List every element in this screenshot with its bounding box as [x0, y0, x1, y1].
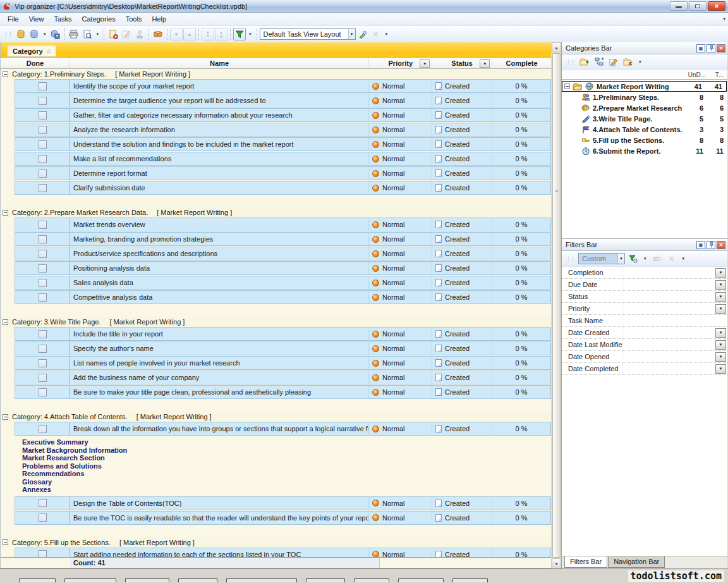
task-row[interactable]: Specify the author's nameNormalCreated0 …	[15, 341, 551, 355]
tab-filters-bar[interactable]: Filters Bar	[564, 556, 607, 568]
task-view-layout-button[interactable]	[233, 28, 246, 40]
task-row[interactable]: Design the Table of Contents(TOC)NormalC…	[15, 496, 551, 510]
column-header-name[interactable]: Name	[70, 58, 369, 68]
filter-dropdown-icon[interactable]: ▼	[715, 292, 726, 302]
filters-toolbar-overflow-icon[interactable]: ▾	[680, 256, 688, 261]
delete-layout-button[interactable]: ✕	[370, 28, 382, 40]
task-checkbox[interactable]	[39, 155, 47, 163]
categories-bar-restore-icon[interactable]: ▣	[696, 44, 705, 52]
task-row[interactable]: Identify the scope of your market report…	[15, 79, 551, 93]
filter-value-field[interactable]	[622, 351, 715, 362]
tree-item[interactable]: 2.Prepare Market Research66	[562, 102, 727, 113]
print-dropdown-icon[interactable]: ▾	[94, 32, 102, 37]
tree-item[interactable]: 3.Write Title Page.55	[562, 113, 727, 124]
task-checkbox[interactable]	[39, 264, 47, 273]
priority-filter-dropdown-icon[interactable]: ▼	[420, 59, 430, 68]
tree-expander-icon[interactable]	[564, 83, 570, 89]
category-header-row[interactable]: Category: 2.Prepare Market Research Data…	[1, 207, 551, 218]
filter-dropdown-icon[interactable]: ▼	[715, 280, 726, 290]
filters-bar-close-icon[interactable]: ✕	[717, 241, 725, 249]
grid-vertical-scrollbar[interactable]: ▲ ≡ ▼	[551, 42, 561, 568]
column-header-done[interactable]: Done	[1, 58, 70, 68]
filter-value-field[interactable]	[622, 291, 715, 302]
task-row[interactable]: Be sure to make your title page clean, p…	[15, 385, 551, 399]
clear-filter-button[interactable]	[651, 252, 664, 265]
apply-filter-dropdown-icon[interactable]: ▾	[641, 256, 649, 261]
column-header-status[interactable]: Status ▼	[432, 58, 492, 68]
filter-value-field[interactable]	[622, 363, 715, 374]
filters-bar-restore-icon[interactable]: ▣	[696, 241, 705, 249]
add-category-button[interactable]	[578, 56, 591, 68]
menu-tools[interactable]: Tools	[121, 14, 147, 24]
task-checkbox[interactable]	[39, 279, 47, 287]
filter-dropdown-icon[interactable]: ▼	[715, 340, 726, 350]
filter-dropdown-icon[interactable]: ▼	[715, 352, 726, 362]
toolbar-overflow-icon[interactable]: ▾	[383, 32, 391, 37]
task-row[interactable]: Break down all the information you have …	[15, 422, 551, 436]
collapse-expander-icon[interactable]	[3, 319, 8, 325]
task-checkbox[interactable]	[39, 359, 47, 367]
task-checkbox[interactable]	[39, 97, 47, 105]
add-subcategory-button[interactable]	[593, 56, 605, 68]
tab-navigation-bar[interactable]: Navigation Bar	[608, 556, 665, 568]
menubar-overflow-icon[interactable]: ▾	[720, 16, 728, 21]
filter-value-field[interactable]	[622, 303, 715, 314]
task-row[interactable]: Marketing, branding and promotion strate…	[15, 232, 551, 246]
task-row[interactable]: Add the business name of your companyNor…	[15, 371, 551, 384]
group-by-chip[interactable]: Category △	[7, 45, 56, 57]
column-header-priority[interactable]: Priority ▼	[369, 58, 432, 68]
filters-bar-pin-icon[interactable]	[707, 241, 715, 249]
collapse-expander-icon[interactable]	[3, 71, 8, 77]
filter-dropdown-icon[interactable]: ▼	[715, 364, 726, 374]
task-checkbox[interactable]	[39, 388, 47, 396]
column-total[interactable]: T...	[708, 71, 727, 78]
print-button[interactable]	[68, 28, 80, 40]
task-row[interactable]: Clarify submission dateNormalCreated0 %	[15, 181, 551, 195]
task-checkbox[interactable]	[39, 235, 47, 243]
move-up-button[interactable]: ▲	[183, 28, 196, 40]
filter-value-field[interactable]	[622, 267, 715, 278]
close-button[interactable]: ✕	[708, 1, 725, 11]
edit-task-button[interactable]	[120, 28, 133, 40]
task-checkbox[interactable]	[39, 221, 47, 229]
collapse-expander-icon[interactable]	[3, 210, 8, 216]
layout-dropdown-icon[interactable]: ▾	[246, 32, 254, 37]
column-header-complete[interactable]: Complete	[492, 58, 551, 68]
status-filter-dropdown-icon[interactable]: ▼	[480, 59, 490, 68]
task-row[interactable]: Market trends overviewNormalCreated0 %	[15, 218, 551, 231]
menu-help[interactable]: Help	[147, 14, 171, 24]
move-to-top-button[interactable]: ▲▲	[215, 28, 228, 40]
move-to-bottom-button[interactable]: ▼▼	[202, 28, 214, 40]
tree-item[interactable]: 4.Attach Table of Contents.33	[562, 124, 727, 135]
menu-view[interactable]: View	[24, 14, 49, 24]
menu-tasks[interactable]: Tasks	[49, 14, 76, 24]
open-database-button[interactable]	[28, 28, 40, 40]
new-database-button[interactable]	[15, 28, 27, 40]
task-row[interactable]: Competitive analysis dataNormalCreated0 …	[15, 290, 551, 304]
task-row[interactable]: Product/service specifications and descr…	[15, 247, 551, 261]
task-row[interactable]: Determine report formatNormalCreated0 %	[15, 166, 551, 180]
task-checkbox[interactable]	[39, 550, 47, 557]
scrollbar-thumb[interactable]: ≡	[552, 53, 561, 558]
column-undone[interactable]: UnD...	[687, 71, 708, 78]
rename-layout-button[interactable]	[356, 28, 369, 40]
delete-filter-button[interactable]: ✕	[665, 252, 678, 265]
filter-dropdown-icon[interactable]: ▼	[715, 328, 726, 338]
scroll-down-icon[interactable]: ▼	[552, 558, 561, 568]
move-down-button[interactable]: ▼	[170, 28, 183, 40]
collapse-expander-icon[interactable]	[3, 539, 8, 545]
task-row[interactable]: Analyze the research informationNormalCr…	[15, 123, 551, 137]
layout-combo-arrow-icon[interactable]: ▼	[348, 29, 355, 39]
task-row[interactable]: Be sure the TOC is easily readable so th…	[15, 511, 551, 525]
tree-item[interactable]: Market Report Writing4141	[562, 81, 727, 92]
collapse-expander-icon[interactable]	[3, 414, 8, 420]
task-checkbox[interactable]	[39, 425, 47, 433]
filter-value-field[interactable]	[622, 327, 715, 338]
category-header-row[interactable]: Category: 4.Attach Table of Contents.[ M…	[1, 412, 551, 422]
task-checkbox[interactable]	[39, 111, 47, 120]
task-row[interactable]: Understand the solution and findings to …	[15, 137, 551, 151]
task-checkbox[interactable]	[39, 513, 47, 522]
task-row[interactable]: Positioning analysis dataNormalCreated0 …	[15, 261, 551, 275]
minimize-button[interactable]	[670, 1, 688, 11]
task-row[interactable]: Gather, filter and categorize necessary …	[15, 108, 551, 122]
